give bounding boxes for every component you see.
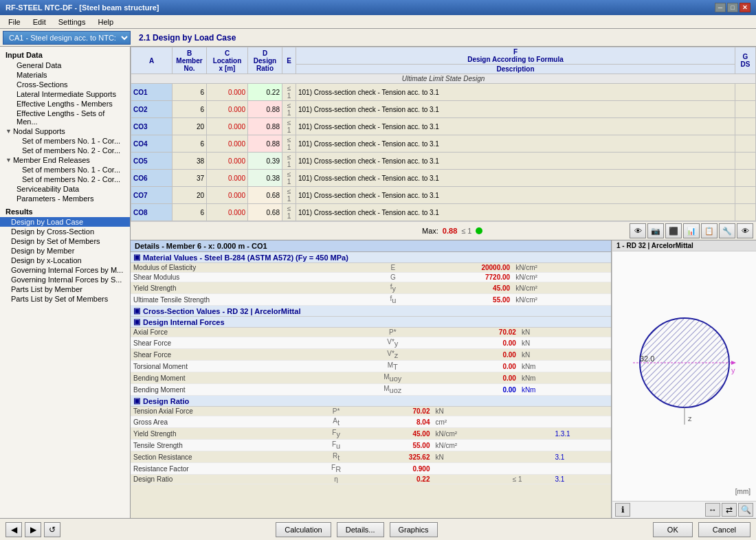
mat-label: Modulus of Elasticity [131,263,376,273]
sidebar-group-member-end-releases[interactable]: ▼ Member End Releases [0,155,130,165]
internal-forces-title: Design Internal Forces [143,318,225,326]
graphics-button[interactable]: Graphics [390,522,438,537]
view-btn-2[interactable]: 📷 [647,223,664,238]
sidebar-item-nodal-set2[interactable]: Set of members No. 2 - Cor... [0,146,130,155]
sidebar-item-serviceability[interactable]: Serviceability Data [0,184,130,194]
force-unit: kN [519,337,591,349]
sidebar-item-design-set-members[interactable]: Design by Set of Members [0,236,130,246]
forces-collapse-icon[interactable]: ▣ [133,317,140,326]
close-button[interactable]: ✕ [740,3,751,12]
table-row[interactable]: CO7 20 0.000 0.68 ≤ 1 101) Cross-section… [131,187,756,204]
ratio-unit: kN/cm² [432,440,509,451]
ratio-cell: 0.68 [248,187,282,204]
force-row-6: Bending Moment Muoz 0.00 kNm [131,384,611,396]
action-btn-7[interactable]: 👁 [737,223,753,238]
design-title: 2.1 Design by Load Case [133,33,236,43]
sidebar-item-general-data[interactable]: General Data [0,60,130,70]
title-bar: RF-STEEL NTC-DF - [Steel beam structure]… [0,0,756,15]
sidebar-item-end-release-set2[interactable]: Set of members No. 2 - Cor... [0,175,130,184]
table-row[interactable]: CO3 20 0.000 0.88 ≤ 1 101) Cross-section… [131,118,756,135]
sidebar-item-eff-lengths-members[interactable]: Effective Lengths - Members [0,99,130,109]
ok-button[interactable]: OK [653,522,693,537]
cross-section-collapse-icon[interactable]: ▣ [133,306,140,315]
nav-btn-3[interactable]: ↺ [44,522,60,537]
sidebar-item-lateral-supports[interactable]: Lateral Intermediate Supports [0,89,130,99]
sidebar-item-design-member[interactable]: Design by Member [0,246,130,256]
cancel-button[interactable]: Cancel [698,522,751,537]
le-cell: ≤ 1 [282,153,296,170]
sidebar-item-parameters[interactable]: Parameters - Members [0,194,130,203]
force-label: Torsional Moment [131,361,350,372]
location-cell: 0.000 [207,153,248,170]
table-row[interactable]: CO5 38 0.000 0.39 ≤ 1 101) Cross-section… [131,153,756,170]
collapse-icon[interactable]: ▣ [133,253,140,262]
menu-file[interactable]: File [3,16,26,27]
sidebar-item-cross-sections[interactable]: Cross-Sections [0,80,130,89]
table-row[interactable]: CO6 37 0.000 0.38 ≤ 1 101) Cross-section… [131,170,756,187]
ratio-val: 8.04 [357,416,432,428]
action-btn-4[interactable]: 📊 [683,223,700,238]
material-section-title: Material Values - Steel B-284 (ASTM A572… [143,254,348,262]
graphic-btn-3[interactable]: 🔍 [738,503,753,517]
table-row[interactable]: CO1 6 0.000 0.22 ≤ 1 101) Cross-section … [131,84,756,101]
force-key: V*z [350,349,436,361]
sidebar-item-eff-lengths-sets[interactable]: Effective Lengths - Sets of Men... [0,109,130,126]
sidebar-item-nodal-set1[interactable]: Set of members No. 1 - Cor... [0,136,130,146]
action-btn-3[interactable]: ⬛ [665,223,682,238]
menu-edit[interactable]: Edit [27,16,52,27]
graphic-title: 1 - RD 32 | ArcelorMittal [612,240,756,251]
ratio-collapse-icon[interactable]: ▣ [133,396,140,405]
member-cell: 37 [173,170,207,187]
col-b-header: BMemberNo. [173,47,207,74]
menu-help[interactable]: Help [92,16,119,27]
sidebar-item-design-x-location[interactable]: Design by x-Location [0,256,130,265]
ca-select[interactable]: CA1 - Steel design acc. to NTC: [3,31,131,45]
menu-settings[interactable]: Settings [53,16,91,27]
sidebar-item-design-cross-section[interactable]: Design by Cross-Section [0,227,130,236]
mat-val: 20000.00 [410,263,513,273]
ratio-key: At [315,416,357,428]
ratio-ref [552,416,611,428]
formula-cell: 101) Cross-section check - Tension acc. … [296,204,735,221]
ratio-cell: 0.88 [248,118,282,135]
ratio-ref: 3.1 [552,475,611,484]
action-btn-5[interactable]: 📋 [701,223,718,238]
sidebar-item-governing-forces-m[interactable]: Governing Internal Forces by M... [0,265,130,275]
sidebar-item-governing-forces-s[interactable]: Governing Internal Forces by S... [0,275,130,284]
mat-label: Yield Strength [131,282,376,294]
minimize-button[interactable]: ─ [715,3,726,12]
le-cell: ≤ 1 [282,101,296,118]
col-f-header: FDesign According to Formula [296,47,735,65]
mat-val: 55.00 [410,294,513,306]
maximize-button[interactable]: □ [727,3,738,12]
table-row[interactable]: CO8 6 0.000 0.68 ≤ 1 101) Cross-section … [131,204,756,221]
info-button[interactable]: ℹ [615,503,630,517]
table-row[interactable]: CO2 6 0.000 0.88 ≤ 1 101) Cross-section … [131,101,756,118]
sidebar-item-materials[interactable]: Materials [0,70,130,80]
force-val: 0.00 [436,337,519,349]
calculation-button[interactable]: Calculation [276,522,331,537]
mat-val: 7720.00 [410,273,513,282]
sidebar-item-end-release-set1[interactable]: Set of members No. 1 - Cor... [0,165,130,175]
co2-cell: CO2 [131,101,173,118]
sidebar-item-parts-list-member[interactable]: Parts List by Member [0,284,130,294]
force-val: 0.00 [436,361,519,372]
sidebar-group-nodal-supports[interactable]: ▼ Nodal Supports [0,126,130,136]
results-table: A BMemberNo. CLocationx [m] DDesignRatio… [131,47,756,221]
graphic-btn-2[interactable]: ⇄ [722,503,737,517]
ratio-key: FR [315,463,357,475]
table-row[interactable]: CO4 6 0.000 0.88 ≤ 1 101) Cross-section … [131,135,756,153]
view-btn-1[interactable]: 👁 [630,223,646,238]
details-button[interactable]: Details... [337,522,384,537]
sidebar-item-parts-list-set[interactable]: Parts List by Set of Members [0,294,130,304]
force-val: 0.00 [436,372,519,384]
bottom-right-buttons: OK Cancel [653,522,751,537]
force-label: Shear Force [131,349,350,361]
sidebar-item-design-load-case[interactable]: Design by Load Case [0,217,130,227]
nav-btn-2[interactable]: ▶ [25,522,41,537]
graphic-btn-1[interactable]: ↔ [705,503,720,517]
action-btn-6[interactable]: 🔧 [719,223,735,238]
top-grid: A BMemberNo. CLocationx [m] DDesignRatio… [131,47,756,240]
nav-btn-1[interactable]: ◀ [5,522,22,537]
bottom-split: Details - Member 6 - x: 0.000 m - CO1 ▣ … [131,240,756,518]
